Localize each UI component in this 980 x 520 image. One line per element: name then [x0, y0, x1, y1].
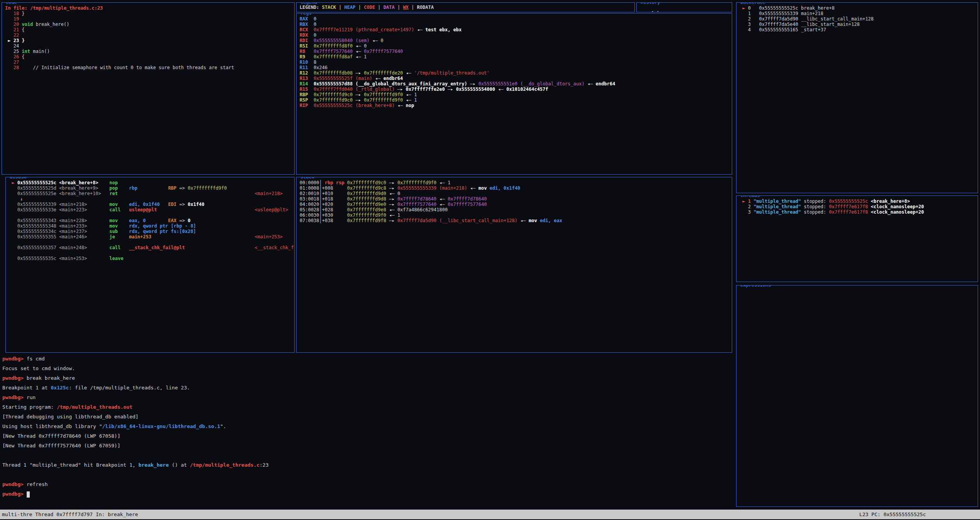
panel-title-threads: threads — [739, 195, 761, 198]
text-segment: /tmp/multiple_threads.out — [57, 404, 133, 410]
text-segment: 0x55555555535c <main+253> — [17, 256, 87, 261]
text-segment: 0x7ffff7ffd040 (_rtld_global) — [314, 87, 395, 92]
text-segment: ◂— 1 — [403, 92, 417, 97]
text-segment — [333, 212, 347, 218]
text-segment: pwndbg> — [2, 481, 27, 487]
text-segment: 0x55555555525c (break_here+8) — [314, 103, 395, 108]
stack-row: 01:0008│+008 0x7fffffffd9c8 —▸ 0x5555555… — [300, 185, 729, 191]
text-segment: CODE — [364, 5, 375, 10]
disasm-line — [9, 212, 291, 218]
text-segment: 23 — [14, 38, 22, 43]
text-segment: EAX — [168, 218, 177, 223]
text-segment — [333, 196, 347, 202]
source-line: 18 } — [5, 11, 291, 16]
panel-title-backtrace: backtrace — [739, 2, 767, 5]
text-segment: test — [425, 27, 436, 32]
text-segment: ◂— — [495, 87, 506, 92]
register-row: RCX 0x7ffff7e11219 (pthread_create+1497)… — [300, 27, 729, 32]
text-segment: ◂— 1 — [386, 212, 400, 218]
terminal-line: pwndbg> fs cmd — [2, 354, 729, 364]
text-segment: 0x55555555525c <break_here+8> — [17, 180, 99, 185]
text-segment — [9, 223, 17, 229]
terminal-line: pwndbg> refresh — [2, 479, 729, 489]
text-segment: RBP — [168, 185, 177, 191]
text-segment: 20 — [5, 22, 22, 27]
register-row: R10 8 — [300, 59, 729, 65]
text-segment: | — [409, 5, 417, 10]
text-segment — [118, 191, 255, 196]
history-back-button[interactable]: [←] — [651, 11, 660, 12]
text-segment: 03:0018 — [300, 196, 319, 202]
source-line: 26 { — [5, 54, 291, 59]
register-row: RDI 0x555555558040 (sem) ◂— 0 — [300, 38, 729, 43]
text-segment: 0x7ffff7da5d90 — [759, 16, 798, 22]
text-segment: 0x7fffffffd9c0 — [347, 180, 386, 185]
text-segment: 0x7fffffffd9f0 — [364, 97, 403, 103]
text-segment: ◂— 0xf7a4866c62941800 — [386, 207, 448, 212]
text-segment: 0x55555555534c <main+237> — [17, 229, 87, 234]
text-segment: stopped: — [801, 199, 829, 204]
disasm-line: 0x555555555339 <main+218> mov edi, 0x1f4… — [9, 202, 291, 207]
text-segment: STACK — [322, 5, 336, 10]
text-segment: ◂— — [518, 218, 529, 223]
status-bar: multi-thre Thread 0x7ffff7d797 In: break… — [0, 510, 980, 519]
text-segment: <main+253> — [255, 234, 283, 240]
text-segment: 0x555555555339 <main+218> — [17, 202, 87, 207]
text-segment: 0x246 — [314, 65, 327, 70]
text-segment: [New Thread 0x7ffff7577640 (LWP 67059)] — [2, 443, 120, 449]
text-segment: ◂— — [585, 81, 596, 87]
text-segment: 0x555555555357 <main+248> — [17, 245, 87, 250]
text-segment: —▸ — [395, 87, 406, 92]
text-segment: RBP — [300, 92, 314, 97]
text-segment: R14 — [300, 81, 314, 87]
text-segment — [101, 191, 109, 196]
text-segment: ◂— 1 — [403, 97, 417, 103]
register-row: RBP 0x7fffffffd9c0 —▸ 0x7fffffffd9f0 ◂— … — [300, 92, 729, 97]
text-segment: 0x7ffff7577640 — [364, 49, 403, 54]
register-row: R14 0x555555557d88 (__do_global_dtors_au… — [300, 81, 729, 87]
text-segment: 0x7fffffffd9e0 — [347, 202, 386, 207]
text-segment — [333, 207, 347, 212]
terminal-output[interactable]: pwndbg> fs cmdFocus set to cmd window.pw… — [2, 354, 729, 508]
text-segment: │ — [319, 191, 322, 196]
text-segment: —▸ — [353, 70, 364, 76]
terminal-line — [2, 470, 729, 479]
text-segment: => — [177, 202, 188, 207]
text-segment: [New Thread 0x7ffff7d78640 (LWP 67058)] — [2, 433, 120, 439]
text-segment — [87, 229, 109, 234]
text-segment: <usleep@plt> — [255, 207, 288, 212]
text-segment: ret — [109, 191, 118, 196]
text-segment: eax, 0 — [129, 218, 146, 223]
text-segment: } — [22, 11, 24, 16]
terminal-line: Breakpoint 1 at 0x125c: file /tmp/multip… — [2, 383, 729, 393]
text-segment — [121, 207, 129, 212]
text-segment — [333, 191, 347, 196]
panel-title-legend: legend — [299, 2, 318, 5]
text-segment: 04:0020 — [300, 202, 319, 207]
text-segment: "multiple_thread" — [753, 204, 801, 209]
terminal-line: Using host libthread_db library "/lib/x8… — [2, 421, 729, 431]
terminal-line: pwndbg> run — [2, 393, 729, 402]
text-segment: Starting program: — [2, 404, 57, 410]
text-segment: HEAP — [344, 5, 356, 10]
text-segment: void — [22, 22, 33, 27]
text-segment: edi, 0x1f40 — [129, 202, 160, 207]
panel-title-regs: regs — [299, 13, 313, 16]
text-segment: <__stack_chk_fail@plt> — [255, 245, 294, 250]
text-segment: 0x7fffffffd9e8 — [347, 207, 386, 212]
text-segment: Breakpoint 1 at — [2, 385, 51, 391]
history-panel: history [←] [→] — [636, 2, 732, 12]
text-segment: 25 — [5, 49, 22, 54]
text-segment: 0x555555555339 (main+218) — [397, 185, 467, 191]
text-segment: usleep@plt — [129, 207, 157, 212]
stack-row: 00:0000│ rbp rsp 0x7fffffffd9c0 —▸ 0x7ff… — [300, 180, 729, 185]
text-segment: sub — [109, 229, 118, 234]
text-segment: /lib/x86_64-linux-gnu/libthread_db.so.1 — [102, 423, 220, 429]
terminal-line: [New Thread 0x7ffff7d78640 (LWP 67058)] — [2, 431, 729, 441]
text-segment — [9, 229, 17, 234]
text-segment: 02:0010 — [300, 191, 319, 196]
source-line: ► 23 } — [5, 38, 291, 43]
text-segment — [9, 185, 17, 191]
text-segment: 4 — [740, 27, 759, 32]
text-segment: RIP — [300, 103, 314, 108]
